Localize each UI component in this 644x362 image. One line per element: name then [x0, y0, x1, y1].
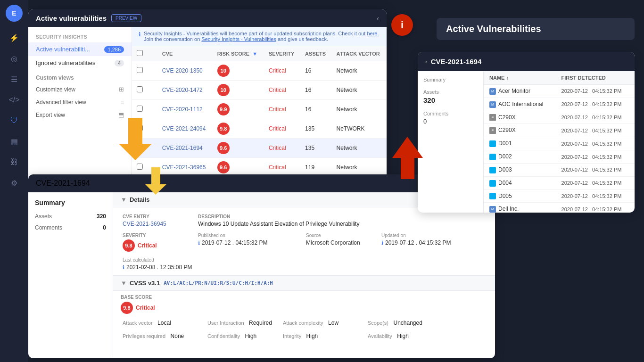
cve-asset-row[interactable]: ≡C290X 2020-07-12 . 04:15:32 PM	[484, 111, 635, 124]
sidebar-icon-activity[interactable]: ⚡	[6, 29, 23, 46]
th-attack-vector[interactable]: ATTACK VECTOR	[332, 46, 387, 61]
arrow-red-up	[392, 137, 423, 181]
export-view-action[interactable]: Export view ⬒	[28, 108, 132, 121]
cve-asset-name-9[interactable]: MDell Inc.	[484, 203, 556, 213]
cve-asset-row[interactable]: D001 2020-07-12 . 04:15:32 PM	[484, 137, 635, 150]
row-cve-3[interactable]: CVE-2021-24094	[157, 119, 213, 139]
cve-asset-row[interactable]: D002 2020-07-12 . 04:15:32 PM	[484, 150, 635, 164]
table-row[interactable]: CVE-2021-1694 9.6 Critical 135 Network	[132, 139, 387, 158]
nav-active-vuln-label: Active vulnerabiliti...	[36, 46, 90, 53]
cve-asset-row[interactable]: D004 2020-07-12 . 04:15:32 PM	[484, 176, 635, 189]
vulnerabilities-table: CVE RISK SCORE ▼ SEVERITY ASSETS ATTACK …	[132, 46, 387, 182]
row-checkbox-1[interactable]	[137, 86, 143, 92]
nav-active-vulnerabilities[interactable]: Active vulnerabiliti... 1,286	[28, 42, 132, 56]
th-severity[interactable]: SEVERITY	[264, 46, 300, 61]
last-calculated-text: 2021-02-08 . 12:35:08 PM	[126, 264, 192, 271]
row-cve-0[interactable]: CVE-2020-1350	[157, 61, 213, 81]
table-row[interactable]: CVE-2020-1350 10 Critical 16 Network	[132, 61, 387, 81]
description-label: Description	[198, 214, 486, 219]
cve-asset-row[interactable]: D003 2020-07-12 . 04:15:32 PM	[484, 163, 635, 176]
row-cve-2[interactable]: CVE-2020-1112	[157, 100, 213, 119]
cve-asset-name-4[interactable]: D001	[484, 137, 556, 150]
row-cve-1[interactable]: CVE-2020-1472	[157, 81, 213, 100]
cve-summary-item: Summary	[423, 77, 478, 82]
cvss-field-value-6: High	[306, 333, 318, 339]
cvss-field-3: Scope(s) Unchanged	[366, 316, 441, 329]
cve-asset-name-0[interactable]: MAcer Monitor	[484, 85, 556, 98]
select-all-checkbox[interactable]	[137, 50, 143, 56]
cve-card-body: Summary Assets 320 Comments 0 NAME ↑ FIR…	[418, 71, 635, 213]
cvss-field-label-7: Availability	[368, 333, 392, 339]
cve-entry-label: CVE ENTRY	[123, 214, 194, 219]
published-on-label: Published on	[198, 233, 302, 238]
advanced-filter-action[interactable]: Advanced filter view ≡	[28, 96, 132, 108]
panel-collapse-button[interactable]: ‹	[377, 15, 379, 22]
cve-asset-name-6[interactable]: D003	[484, 163, 556, 176]
severity-label: SEVERITY	[123, 233, 194, 238]
info-banner-icon: ℹ	[139, 31, 141, 38]
cve-asset-detected-2: 2020-07-12 . 04:15:32 PM	[556, 111, 635, 124]
cve-asset-name-1[interactable]: MAOC International	[484, 98, 556, 111]
details-toggle-icon: ▼	[121, 196, 127, 203]
cve-asset-name-7[interactable]: D004	[484, 176, 556, 189]
th-cve[interactable]: CVE	[157, 46, 213, 61]
sidebar-icon-code[interactable]: </>	[6, 91, 23, 108]
row-cve-4[interactable]: CVE-2021-1694	[157, 139, 213, 158]
cvss-field-1: User Interaction Required	[206, 316, 281, 329]
cve-asset-detected-4: 2020-07-12 . 04:15:32 PM	[556, 137, 635, 150]
details-grid: CVE ENTRY CVE-2021-36945 Description Win…	[113, 207, 495, 275]
cve-entry-value[interactable]: CVE-2021-36945	[123, 221, 194, 227]
row-severity-1: Critical	[264, 81, 300, 100]
cve-asset-row[interactable]: MAcer Monitor 2020-07-12 . 04:15:32 PM	[484, 85, 635, 98]
cve-comments-label: Comments	[423, 111, 478, 116]
cve-asset-row[interactable]: ≡C290X 2020-07-12 . 04:15:32 PM	[484, 124, 635, 137]
row-assets-3: 135	[300, 119, 331, 139]
sidebar-icon-integrations[interactable]: ⛓	[6, 154, 23, 171]
nav-ignored-vulnerabilities[interactable]: Ignored vulnerabilities 4	[28, 56, 132, 70]
th-first-detected[interactable]: FIRST DETECTED	[556, 71, 635, 85]
custom-views-header: Custom views	[28, 70, 132, 83]
cve-assets-label: Assets	[423, 89, 478, 95]
th-name[interactable]: NAME ↑	[484, 71, 556, 85]
cvss-title-row[interactable]: ▼ CVSS v3.1 AV:L/AC:L/PR:N/UI:R/S:U/C:H/…	[113, 276, 495, 291]
main-panel: Active vulnerabilities PREVIEW ‹ SECURIT…	[28, 9, 387, 184]
th-assets[interactable]: ASSETS	[300, 46, 331, 61]
sidebar-icon-globe[interactable]: ◎	[6, 50, 23, 67]
cve-asset-name-3[interactable]: ≡C290X	[484, 124, 556, 137]
bottom-summary-title: Summary	[35, 199, 106, 206]
published-info-icon: ℹ	[198, 240, 200, 246]
table-row[interactable]: CVE-2021-24094 9.8 Critical 135 NeTWORK	[132, 119, 387, 139]
source-cell: Source Microsoft Corporation	[304, 230, 380, 255]
cve-asset-row[interactable]: MDell Inc. 2020-07-12 . 04:15:32 PM	[484, 203, 635, 213]
cve-asset-name-8[interactable]: D005	[484, 189, 556, 203]
row-checkbox-2[interactable]	[137, 106, 143, 112]
bottom-left-summary: Summary Assets 320 Comments 0	[28, 192, 113, 357]
info-banner-link1[interactable]: here.	[367, 31, 379, 36]
source-label: Source	[306, 233, 378, 238]
published-on-text: 2019-07-12 . 04:15:32 PM	[202, 239, 267, 246]
sidebar-icon-shield[interactable]: 🛡	[6, 112, 23, 129]
cve-asset-name-2[interactable]: ≡C290X	[484, 111, 556, 124]
panel-left-nav: SECURITY INSIGHTS Active vulnerabiliti..…	[28, 27, 132, 182]
cve-asset-row[interactable]: MAOC International 2020-07-12 . 04:15:32…	[484, 98, 635, 111]
info-banner-link2[interactable]: Security Insights - Vulnerabilities	[201, 36, 276, 42]
table-row[interactable]: CVE-2020-1112 9.9 Critical 16 Network	[132, 100, 387, 119]
row-risk-1: 10	[213, 81, 264, 100]
cve-asset-name-5[interactable]: D002	[484, 150, 556, 164]
table-row[interactable]: CVE-2020-1472 10 Critical 16 Network	[132, 81, 387, 100]
customize-view-icon: ⊞	[119, 86, 124, 93]
th-empty	[148, 46, 157, 61]
cve-card-collapse-icon[interactable]: ‹	[425, 59, 427, 65]
cve-asset-row[interactable]: D005 2020-07-12 . 04:15:32 PM	[484, 189, 635, 203]
sidebar-icon-settings[interactable]: ⚙	[6, 174, 23, 191]
row-vector-0: Network	[332, 61, 387, 81]
cvss-field-value-7: High	[397, 333, 409, 339]
published-on-value: ℹ 2019-07-12 . 04:15:32 PM	[198, 239, 302, 246]
sidebar-icon-chart[interactable]: ▦	[6, 133, 23, 150]
avatar[interactable]: E	[6, 5, 23, 22]
row-risk-0: 10	[213, 61, 264, 81]
row-checkbox-0[interactable]	[137, 67, 143, 73]
th-risk-score[interactable]: RISK SCORE ▼	[213, 46, 264, 61]
customize-view-action[interactable]: Customize view ⊞	[28, 83, 132, 96]
sidebar-icon-reports[interactable]: ☰	[6, 71, 23, 88]
